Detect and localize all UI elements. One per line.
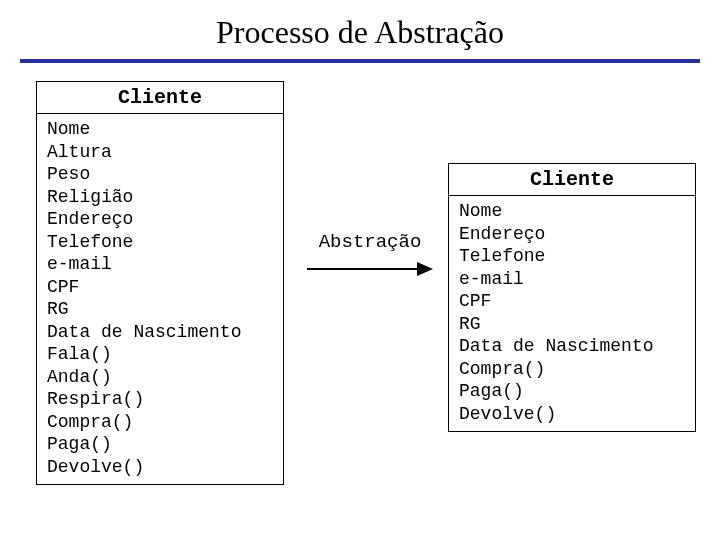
class-members-original: Nome Altura Peso Religião Endereço Telef… xyxy=(37,114,283,484)
class-name-abstracted: Cliente xyxy=(449,164,695,196)
class-box-original: Cliente Nome Altura Peso Religião Endere… xyxy=(36,81,284,485)
page-title: Processo de Abstração xyxy=(0,14,720,51)
arrow-label: Abstração xyxy=(300,231,440,253)
title-divider xyxy=(20,59,700,63)
arrow-right-icon xyxy=(305,259,435,279)
abstraction-arrow-group: Abstração xyxy=(300,231,440,279)
svg-marker-1 xyxy=(417,262,433,276)
class-box-abstracted: Cliente Nome Endereço Telefone e-mail CP… xyxy=(448,163,696,432)
class-name-original: Cliente xyxy=(37,82,283,114)
class-members-abstracted: Nome Endereço Telefone e-mail CPF RG Dat… xyxy=(449,196,695,431)
